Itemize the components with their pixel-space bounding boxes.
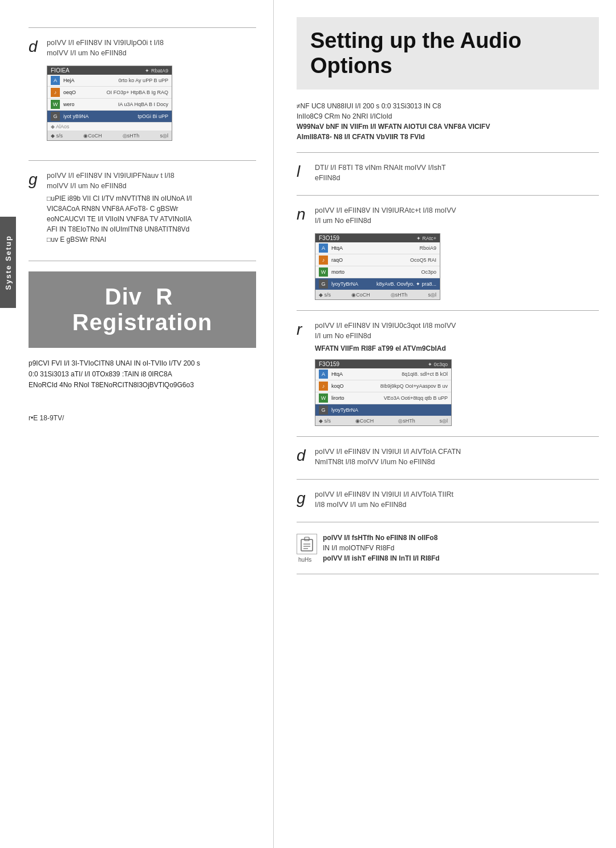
screen-footer-2-2: ◉CoCH — [351, 292, 370, 298]
screen-icon-1-4: G — [51, 112, 60, 121]
screen-row-2-3: W morto Oc3po — [315, 266, 440, 278]
step-g-content: poIVV I/I eFIIN8V IN VI9IUlPFNauv t I/I8… — [47, 171, 256, 245]
screen-row-2-4: G lyoyTyBrNA k8yAvB. Oovfyo. ✦ pra8... — [315, 278, 440, 290]
screen-icon-1-2: ♪ — [51, 88, 60, 97]
step-r-title: poIVV I/I eFIIN8V IN VI9IU0c3qot I/I8 mo… — [315, 321, 599, 341]
screen-header-3: F3O159 ✦ 0c3qo — [315, 360, 451, 368]
svg-rect-0 — [301, 539, 313, 551]
screen-row-1-3: W wero IA u3A HqBA B I Docy — [47, 99, 172, 111]
screen-header-right-1: ✦ RbatA9 — [145, 68, 168, 74]
screen-value-1-2: OI FO3p+ HtpBA B Ig RAQ — [107, 90, 168, 95]
registration-box: Div R Registration — [29, 271, 256, 348]
section-g2: g poIVV I/I eFIIN8V IN VI9IUI I/I AIVToI… — [297, 490, 599, 512]
section-d: d poIVV I/I eFIIN8V IN VI9IUlpO0i t I/I8… — [29, 38, 256, 150]
screen-header-2: F3O159 ✦ RAtc+ — [315, 234, 440, 242]
screen-footer-3: ◆ s/s ◉CoCH ◎sHTh s◎l — [315, 416, 451, 425]
screen-value-2-2: OcoQ5 RAI — [410, 257, 436, 263]
screen-row-1-2: ♪ oeqO OI FO3p+ HtpBA B Ig RAQ — [47, 87, 172, 99]
screen-footer-3-2: ◉CoCH — [355, 418, 374, 424]
screen-footer-3-3: ◎sHTh — [398, 418, 415, 424]
screen-mockup-3: F3O159 ✦ 0c3qo A HtqA 8q1qI8. sdl+ct B k… — [315, 359, 452, 426]
screen-label-1-5: ◆ AlAos — [51, 124, 70, 129]
step-g2-title: poIVV I/I eFIIN8V IN VI9IUI I/I AIVToIA … — [315, 490, 599, 510]
screen-value-3-2: 8Ib9j9kpQ OoI+yAaspov B uv — [380, 383, 448, 389]
screen-icon-2-4: G — [319, 279, 328, 289]
step-letter-n: n — [297, 206, 309, 224]
step-g2-content: poIVV I/I eFIIN8V IN VI9IUI I/I AIVToIA … — [315, 490, 599, 512]
screen-icon-3-1: A — [319, 370, 328, 379]
screen-row-2-1: A HtqA RboiA9 — [315, 242, 440, 254]
divider-n-r — [297, 310, 599, 311]
screen-header-left-2: F3O159 — [319, 235, 339, 241]
main-heading: Setting up the Audio Options — [310, 29, 585, 78]
screen-label-3-4: lyoyTyBrNA — [331, 407, 444, 413]
screen-footer-2-1: ◆ s/s — [319, 292, 331, 298]
screen-label-2-3: morto — [331, 269, 418, 275]
intro-text: ≠NF UC8 UN88IUI I/I 200 s 0:0 31Si3013 I… — [297, 101, 599, 142]
step-letter-g: g — [29, 171, 41, 189]
page-number: r•E 18-9TV/ — [29, 414, 256, 422]
left-column: d poIVV I/I eFIIN8V IN VI9IUlpO0i t I/I8… — [0, 0, 274, 848]
step-letter-r: r — [297, 321, 309, 339]
screen-label-2-4: lyoyTyBrNA — [331, 281, 373, 287]
registration-title: Div R Registration — [40, 284, 245, 335]
screen-footer-1-3: ◎sHTh — [123, 133, 140, 139]
screen-label-1-3: wero — [63, 102, 115, 107]
screen-footer-3-1: ◆ s/s — [319, 418, 331, 424]
note-content: poIVV I/I fsHTfh No eFIIN8 IN oIIFo8 IN … — [323, 533, 440, 563]
step-g-title: poIVV I/I eFIIN8V IN VI9IUlPFNauv t I/I8… — [47, 171, 256, 191]
step-d2-title: poIVV I/I eFIIN8V IN VI9IUI I/I AIVToIA … — [315, 447, 599, 467]
step-letter-l: l — [297, 163, 309, 181]
screen-row-1-1: A HejA 0rto ko Ay uPP B uPP — [47, 75, 172, 87]
screen-icon-3-2: ♪ — [319, 382, 328, 391]
screen-icon-1-1: A — [51, 76, 60, 85]
screen-label-2-1: HtqA — [331, 245, 416, 251]
step-letter-d2: d — [297, 447, 309, 465]
screen-mockup-1: FIOIEA ✦ RbatA9 A HejA 0rto ko Ay uPP B … — [47, 66, 172, 141]
section-g: g poIVV I/I eFIIN8V IN VI9IUlPFNauv t I/… — [29, 171, 256, 250]
step-d2-content: poIVV I/I eFIIN8V IN VI9IUI I/I AIVToIA … — [315, 447, 599, 469]
screen-icon-3-4: G — [319, 405, 328, 415]
screen-header-right-3: ✦ 0c3qo — [428, 362, 448, 367]
divider-dg — [29, 160, 256, 161]
screen-header-right-2: ✦ RAtc+ — [416, 236, 436, 241]
screen-value-2-4: k8yAvB. Oovfyo. ✦ pra8... — [376, 281, 436, 287]
step-letter-g2: g — [297, 490, 309, 508]
section-n: n poIVV I/I eFIIN8V IN VI9IURAtc+t I/I8 … — [297, 206, 599, 300]
screen-row-1-4: G iyot yB9NA tpOGi Bi uPP — [47, 111, 172, 123]
screen-header-1: FIOIEA ✦ RbatA9 — [47, 66, 172, 75]
step-d-content: poIVV I/I eFIIN8V IN VI9IUlpO0i t I/I8 m… — [47, 38, 256, 60]
step-d-title: poIVV I/I eFIIN8V IN VI9IUlpO0i t I/I8 m… — [47, 38, 256, 58]
screen-header-left-3: F3O159 — [319, 361, 339, 367]
right-column: Setting up the Audio Options ≠NF UC8 UN8… — [274, 0, 616, 848]
screen-value-1-4: tpOGi Bi uPP — [137, 113, 168, 119]
screen-footer-1-4: s◎l — [160, 133, 168, 139]
screen-footer-2-3: ◎sHTh — [391, 292, 408, 298]
bottom-text: p9ICVI FVI I/I 3I-TVIoCITN8 UNAI IN oI-T… — [29, 358, 256, 391]
note-icon — [297, 534, 317, 554]
screen-value-2-3: Oc3po — [421, 269, 436, 275]
divider-d2-g2 — [297, 479, 599, 480]
section-d2: d poIVV I/I eFIIN8V IN VI9IUI I/I AIVToI… — [297, 447, 599, 469]
step-l-content: DTI/ I/I F8TI T8 vINm RNAIt moIVV I/IshT… — [315, 163, 599, 185]
screen-row-1-5: ◆ AlAos — [47, 123, 172, 131]
screen-value-2-1: RboiA9 — [419, 245, 436, 251]
screen-footer-2: ◆ s/s ◉CoCH ◎sHTh s◎l — [315, 290, 440, 299]
screen-label-3-3: lirorto — [331, 395, 380, 401]
clipboard-icon — [299, 536, 315, 552]
screen-footer-3-4: s◎l — [439, 418, 448, 424]
section-r: r poIVV I/I eFIIN8V IN VI9IU0c3qot I/I8 … — [297, 321, 599, 426]
screen-footer-1-2: ◉CoCH — [83, 133, 102, 139]
screen-value-3-3: VEo3A Ooti+8tqq qtb B uPP — [384, 395, 448, 401]
screen-label-1-2: oeqO — [63, 90, 103, 95]
screen-label-3-2: koqO — [331, 383, 377, 389]
screen-row-3-1: A HtqA 8q1qI8. sdl+ct B kOl — [315, 368, 451, 380]
svg-rect-1 — [305, 537, 309, 541]
note-section: huHs poIVV I/I fsHTfh No eFIIN8 IN oIIFo… — [297, 533, 599, 563]
screen-label-1-1: HejA — [63, 78, 115, 83]
note-label: huHs — [298, 557, 315, 563]
section-l: l DTI/ I/I F8TI T8 vINm RNAIt moIVV I/Is… — [297, 163, 599, 185]
top-divider — [29, 27, 256, 28]
screen-icon-2-1: A — [319, 244, 328, 253]
screen-footer-1: ◆ s/s ◉CoCH ◎sHTh s◎l — [47, 131, 172, 140]
